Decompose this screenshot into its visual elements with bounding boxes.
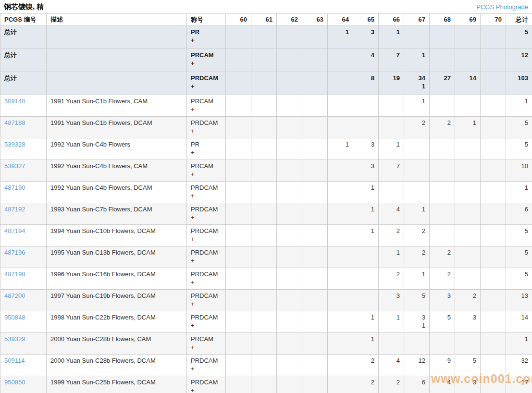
grade-66-cell: 7 [379,160,404,181]
column-header-description: 描述 [47,14,187,26]
grade-68-cell [430,332,455,354]
description-cell: 1991 Yuan Sun-C1b Flowers, CAM [47,95,187,116]
grade-70-cell [481,354,506,376]
pcgs-number-cell: 487192 [0,203,47,224]
designation-label: PRDCAM [191,356,222,365]
row-total-cell: 5 [506,224,532,246]
pcgs-number-link[interactable]: 950848 [4,314,25,321]
title-bar: 钢芯镀镍, 精 PCGS Photograde [0,0,532,13]
column-header-67: 67 [404,14,430,26]
grade-61-cell [251,289,277,311]
grade-65-cell: 1 [353,224,379,246]
grade-63-cell [302,116,328,138]
grade-63-cell [302,311,328,332]
grade-67-cell: 5 [404,289,430,311]
grade-64-cell [328,311,353,332]
grade-61-cell [251,181,277,203]
pcgs-number-link[interactable]: 487190 [4,184,25,191]
grade-64-cell: 1 [328,138,353,160]
row-total-cell: 6 [506,203,532,224]
grade-69-cell: 1 [455,116,481,138]
description-cell: 2000 Yuan Sun-C28b Flowers, CAM [47,332,187,354]
grade-70-cell [481,25,506,49]
grade-61-cell [251,25,277,49]
total-label-cell: 总计 [0,72,47,95]
description-cell: 1998 Yuan Sun-C22b Flowers, DCAM [47,311,187,332]
table-row: 4871941994 Yuan Sun-C10b Flowers, DCAMPR… [0,224,532,246]
table-row: 4871881991 Yuan Sun-C1b Flowers, DCAMPRD… [0,116,532,138]
column-header-64: 64 [328,14,353,26]
column-header-65: 65 [353,14,379,26]
row-total-cell: 5 [506,268,532,289]
table-row: 5091401991 Yuan Sun-C1b Flowers, CAMPRCA… [0,95,532,116]
designation-plus-label: + [191,105,222,114]
pcgs-number-link[interactable]: 539327 [4,162,25,170]
total-row: 总计PRCAM+47112 [0,49,532,72]
grade-67-cell [404,181,430,203]
designation-plus-label: + [191,386,222,393]
grade-61-cell [251,354,277,376]
description-cell: 1999 Yuan Sun-C25b Flowers, DCAM [47,376,187,393]
pcgs-number-link[interactable]: 487192 [4,206,25,213]
grade-69-cell [455,49,481,72]
grade-64-cell [328,354,353,376]
designation-plus-label: + [191,59,222,68]
grade-68-cell [430,181,455,203]
column-header-total: 总计 [506,14,532,26]
grade-60-cell [226,203,251,224]
pcgs-number-link[interactable]: 487194 [4,227,25,234]
grade-61-cell [251,203,277,224]
grade-61-cell [251,376,277,393]
grade-66-cell [379,181,404,203]
pcgs-number-link[interactable]: 539329 [4,335,25,343]
grade-65-cell: 1 [353,332,379,354]
grade-60-cell [226,25,251,49]
pcgs-number-link[interactable]: 950850 [4,379,25,386]
designation-label: PRDCAM [191,184,222,192]
pcgs-number-link[interactable]: 487200 [4,292,25,299]
designation-plus-label: + [191,192,222,200]
pcgs-number-cell: 487190 [0,181,47,203]
grade-67-cell: 3 1 [404,311,430,332]
table-row: 5393271992 Yuan Sun-C4b Flowers, CAMPRCA… [0,160,532,181]
grade-66-cell: 1 [379,138,404,160]
designation-cell: PRDCAM+ [187,376,226,393]
pcgs-number-link[interactable]: 487198 [4,270,25,278]
grade-67-cell: 1 [404,203,430,224]
pcgs-number-link[interactable]: 487188 [4,119,25,126]
grade-65-cell: 3 [353,138,379,160]
pcgs-number-link[interactable]: 509114 [4,357,25,364]
column-header-70: 70 [481,14,506,26]
grade-70-cell [481,72,506,95]
designation-cell: PRDCAM+ [187,311,226,332]
grade-62-cell [277,116,302,138]
page-title: 钢芯镀镍, 精 [4,2,44,12]
grade-61-cell [251,138,277,160]
grade-63-cell [302,203,328,224]
grade-70-cell [481,246,506,268]
grade-62-cell [277,72,302,95]
column-header-pcgs-number: PCGS 编号 [0,14,47,26]
pcgs-number-link[interactable]: 539328 [4,141,25,148]
grade-60-cell [226,289,251,311]
designation-plus-label: + [191,36,222,45]
grade-61-cell [251,224,277,246]
designation-label: PRDCAM [191,313,222,322]
pcgs-photograde-link[interactable]: PCGS Photograde [476,3,528,11]
grade-64-cell [328,181,353,203]
grade-69-cell [455,160,481,181]
grade-65-cell: 3 [353,160,379,181]
pcgs-number-link[interactable]: 487196 [4,249,25,256]
pcgs-number-cell: 950848 [0,311,47,332]
description-cell: 1992 Yuan Sun-C4b Flowers [47,138,187,160]
pcgs-number-link[interactable]: 509140 [4,98,25,105]
grade-69-cell [455,25,481,49]
population-table: PCGS 编号描述称号6061626364656667686970总计 总计PR… [0,13,532,393]
grade-62-cell [277,311,302,332]
grade-69-cell [455,138,481,160]
grade-70-cell [481,49,506,72]
grade-61-cell [251,116,277,138]
description-cell: 1995 Yuan Sun-C13b Flowers, DCAM [47,246,187,268]
row-total-cell: 1 [506,332,532,354]
grade-67-cell [404,160,430,181]
